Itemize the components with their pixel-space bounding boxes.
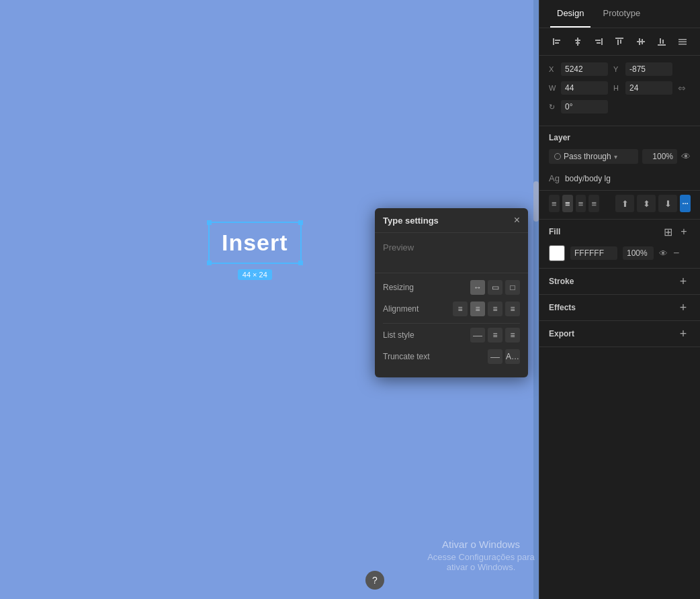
blend-mode-button[interactable]: Pass through ▾ (549, 149, 638, 164)
w-label: W (549, 84, 561, 92)
text-align-left-btn[interactable]: ≡ (549, 195, 560, 212)
svg-rect-16 (660, 38, 661, 44)
alignment-controls: ≡ ≡ ≡ ≡ (453, 302, 520, 316)
y-input[interactable] (625, 62, 672, 76)
h-input[interactable] (625, 81, 672, 95)
align-center-icon[interactable] (570, 34, 586, 50)
blend-mode-circle-icon (554, 153, 561, 160)
insert-element: Insert 44 × 24 (208, 222, 302, 280)
effects-header-row: Effects + (539, 295, 700, 320)
align-justify-btn[interactable]: ≡ (505, 302, 520, 316)
resize-horizontal-btn[interactable]: ↔ (470, 280, 485, 295)
stroke-add-button[interactable]: + (676, 274, 691, 289)
align-right-btn[interactable]: ≡ (488, 302, 502, 316)
type-settings-body: Resizing ↔ ▭ □ Alignment ≡ ≡ ≡ ≡ (375, 273, 528, 377)
canvas-scrollbar[interactable] (533, 0, 539, 599)
text-align-center-btn[interactable]: ≡ (562, 195, 573, 212)
truncate-text-btn[interactable]: A… (505, 349, 520, 364)
fill-grid-icon[interactable]: ⊞ (661, 225, 674, 238)
opacity-input[interactable] (642, 149, 677, 164)
list-bullet-btn[interactable]: ≡ (488, 328, 502, 342)
list-none-btn[interactable]: — (470, 328, 485, 342)
x-input[interactable] (561, 62, 608, 76)
insert-text: Insert (222, 230, 288, 255)
svg-rect-20 (679, 44, 687, 45)
svg-rect-11 (620, 40, 621, 44)
activation-title: Ativar o Windows (423, 539, 539, 550)
vert-align-middle-btn[interactable]: ⬍ (637, 195, 656, 212)
tab-prototype[interactable]: Prototype (596, 0, 647, 28)
preview-label: Preview (383, 242, 414, 252)
resize-free-btn[interactable]: □ (505, 280, 520, 295)
svg-rect-18 (679, 39, 687, 40)
svg-rect-6 (601, 38, 603, 45)
alignment-toolbar (539, 28, 700, 56)
svg-rect-9 (615, 38, 623, 39)
list-style-controls: — ≡ ≡ (470, 328, 520, 342)
svg-rect-7 (595, 40, 601, 41)
vert-align-bottom-btn[interactable]: ⬇ (658, 195, 677, 212)
fill-header-icons: ⊞ + (661, 225, 691, 238)
resizing-controls: ↔ ▭ □ (470, 280, 520, 295)
list-numbered-btn[interactable]: ≡ (505, 328, 520, 342)
vert-align-top-btn[interactable]: ⬆ (615, 195, 634, 212)
typography-row: Ag body/body lg (539, 169, 700, 191)
fill-visibility-icon[interactable]: 👁 (659, 248, 668, 259)
canvas: Insert 44 × 24 Type settings × Preview R… (0, 0, 539, 599)
resizing-label: Resizing (383, 283, 414, 292)
align-left-btn[interactable]: ≡ (453, 302, 468, 316)
align-more-icon[interactable] (674, 34, 691, 50)
svg-rect-5 (576, 42, 580, 44)
truncate-none-btn[interactable]: — (488, 349, 502, 364)
activation-watermark: Ativar o Windows Acesse Configurações pa… (423, 539, 539, 572)
svg-rect-14 (642, 39, 643, 44)
type-settings-header: Type settings × (375, 208, 528, 233)
align-bottom-icon[interactable] (654, 34, 670, 50)
align-right-icon[interactable] (590, 34, 607, 50)
visibility-eye-icon[interactable]: 👁 (681, 151, 691, 162)
fill-color-swatch[interactable] (549, 245, 565, 261)
resizing-row: Resizing ↔ ▭ □ (383, 280, 520, 295)
position-size-section: X Y W H ⇔ ↻ (539, 56, 700, 126)
text-more-btn[interactable]: ··· (680, 195, 691, 212)
align-middle-icon[interactable] (633, 34, 649, 50)
help-button[interactable]: ? (365, 571, 384, 590)
typography-style: body/body lg (565, 174, 611, 183)
stroke-section: Stroke + (539, 269, 700, 295)
list-style-label: List style (383, 330, 414, 340)
svg-rect-17 (662, 40, 664, 44)
rotation-input[interactable] (561, 100, 608, 113)
lock-icon[interactable]: ⇔ (678, 83, 686, 93)
fill-row: 👁 − (539, 244, 700, 268)
type-settings-preview: Preview (375, 233, 528, 273)
svg-rect-3 (577, 38, 578, 46)
text-align-justify-btn[interactable]: ≡ (588, 195, 599, 212)
svg-rect-13 (639, 38, 640, 45)
fill-section: Fill ⊞ + 👁 − (539, 220, 700, 269)
tab-design[interactable]: Design (550, 0, 590, 28)
blend-mode-label: Pass through (564, 152, 611, 161)
fill-remove-icon[interactable]: − (673, 247, 679, 259)
fill-hex-input[interactable] (570, 246, 617, 260)
text-align-right-btn[interactable]: ≡ (576, 195, 586, 212)
resize-fixed-btn[interactable]: ▭ (488, 280, 502, 295)
fill-opacity-input[interactable] (623, 246, 654, 260)
w-input[interactable] (561, 81, 608, 95)
insert-box[interactable]: Insert (208, 222, 302, 264)
align-left-icon[interactable] (549, 34, 565, 50)
truncate-text-label: Truncate text (383, 352, 430, 361)
svg-rect-2 (555, 42, 559, 44)
alignment-label: Alignment (383, 304, 419, 314)
type-settings-panel: Type settings × Preview Resizing ↔ ▭ □ A… (375, 208, 528, 377)
effects-add-button[interactable]: + (676, 300, 691, 315)
export-add-button[interactable]: + (676, 326, 691, 341)
fill-add-button[interactable]: + (677, 225, 691, 238)
align-center-btn[interactable]: ≡ (470, 302, 485, 316)
type-settings-close-button[interactable]: × (514, 215, 520, 226)
list-style-row: List style — ≡ ≡ (383, 328, 520, 342)
text-align-row: ≡ ≡ ≡ ≡ ⬆ ⬍ ⬇ ··· (539, 191, 700, 220)
svg-rect-4 (575, 40, 580, 41)
align-top-icon[interactable] (611, 34, 627, 50)
layer-row: Pass through ▾ 👁 (539, 146, 700, 169)
blend-mode-chevron-icon: ▾ (614, 153, 617, 160)
